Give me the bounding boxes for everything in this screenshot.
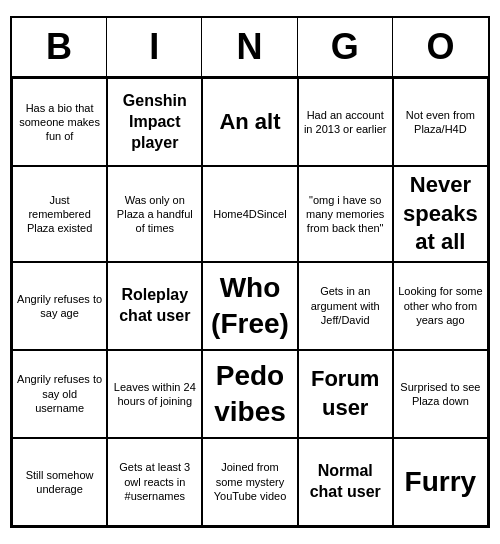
- bingo-cell: Home4DSincel: [202, 166, 297, 262]
- header-letter: N: [202, 18, 297, 76]
- bingo-cell: Furry: [393, 438, 488, 526]
- bingo-cell: Forum user: [298, 350, 393, 438]
- bingo-cell: Has a bio that someone makes fun of: [12, 78, 107, 166]
- bingo-cell: Normal chat user: [298, 438, 393, 526]
- bingo-cell: Still somehow underage: [12, 438, 107, 526]
- bingo-cell: Had an account in 2013 or earlier: [298, 78, 393, 166]
- bingo-cell: Angrily refuses to say age: [12, 262, 107, 350]
- bingo-card: BINGO Has a bio that someone makes fun o…: [10, 16, 490, 528]
- header-letter: B: [12, 18, 107, 76]
- bingo-cell: Pedo vibes: [202, 350, 297, 438]
- header-letter: I: [107, 18, 202, 76]
- bingo-cell: Surprised to see Plaza down: [393, 350, 488, 438]
- bingo-cell: Looking for some other who from years ag…: [393, 262, 488, 350]
- bingo-cell: Angrily refuses to say old username: [12, 350, 107, 438]
- bingo-cell: Joined from some mystery YouTube video: [202, 438, 297, 526]
- bingo-cell: Roleplay chat user: [107, 262, 202, 350]
- bingo-cell: "omg i have so many memories from back t…: [298, 166, 393, 262]
- bingo-cell: Gets in an argument with Jeff/David: [298, 262, 393, 350]
- bingo-cell: Was only on Plaza a handful of times: [107, 166, 202, 262]
- bingo-grid: Has a bio that someone makes fun ofGensh…: [12, 78, 488, 526]
- bingo-cell: Never speaks at all: [393, 166, 488, 262]
- bingo-cell: Just remembered Plaza existed: [12, 166, 107, 262]
- bingo-cell: Gets at least 3 owl reacts in #usernames: [107, 438, 202, 526]
- bingo-cell: Leaves within 24 hours of joining: [107, 350, 202, 438]
- bingo-header: BINGO: [12, 18, 488, 78]
- header-letter: G: [298, 18, 393, 76]
- bingo-cell: Genshin Impact player: [107, 78, 202, 166]
- bingo-cell: Who (Free): [202, 262, 297, 350]
- bingo-cell: Not even from Plaza/H4D: [393, 78, 488, 166]
- bingo-cell: An alt: [202, 78, 297, 166]
- header-letter: O: [393, 18, 488, 76]
